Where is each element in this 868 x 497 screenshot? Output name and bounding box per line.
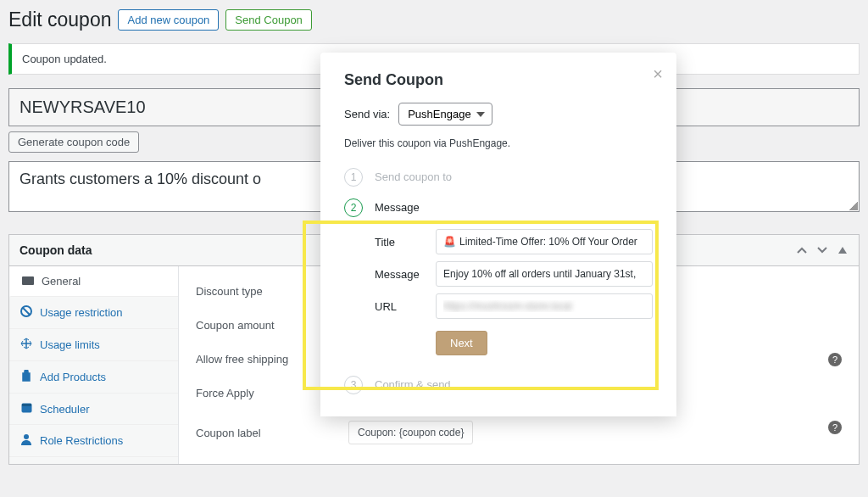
step-label-1: Send coupon to (375, 168, 452, 183)
deliver-hint: Deliver this coupon via PushEngage. (344, 137, 653, 149)
step-3[interactable]: 3 Confirm & send (344, 376, 653, 394)
svg-rect-0 (22, 276, 34, 285)
ticket-icon (21, 275, 35, 288)
step-2: 2 Message (344, 198, 653, 217)
bag-icon (19, 370, 33, 384)
chevron-down-icon[interactable] (816, 244, 828, 256)
title-field-label: Title (375, 236, 426, 248)
alarm-icon: 🚨 (443, 236, 456, 248)
tab-scheduler[interactable]: Scheduler (9, 394, 178, 425)
notice-text: Coupon updated. (22, 53, 107, 65)
calendar-icon (19, 402, 33, 416)
tab-role-restrictions[interactable]: Role Restrictions (9, 425, 178, 457)
arrows-icon (19, 338, 33, 352)
step-number-3: 3 (344, 376, 363, 394)
page-title: Edit coupon (8, 8, 111, 31)
help-icon[interactable]: ? (828, 421, 842, 434)
step-label-2: Message (375, 198, 420, 214)
add-new-coupon-button[interactable]: Add new coupon (118, 9, 219, 31)
ban-icon (19, 305, 33, 320)
url-input[interactable] (436, 293, 653, 319)
url-field-label: URL (375, 300, 426, 313)
help-icon[interactable]: ? (828, 353, 842, 366)
send-via-label: Send via: (344, 108, 390, 120)
message-field-label: Message (375, 268, 426, 281)
step-label-3: Confirm & send (375, 376, 451, 391)
step-number-2: 2 (344, 198, 363, 217)
coupon-code-placeholder: Coupon: {coupon code} (348, 421, 473, 444)
step-1[interactable]: 1 Send coupon to (344, 168, 653, 187)
generate-coupon-code-button[interactable]: Generate coupon code (8, 131, 139, 153)
close-icon[interactable]: × (653, 64, 663, 84)
tab-usage-restriction[interactable]: Usage restriction (9, 297, 178, 329)
send-via-select[interactable]: PushEngage (398, 103, 492, 126)
svg-rect-4 (22, 404, 31, 406)
tab-usage-limits[interactable]: Usage limits (9, 329, 178, 361)
step-number-1: 1 (344, 168, 363, 187)
message-input[interactable] (436, 261, 653, 287)
tab-general[interactable]: General (9, 266, 178, 297)
send-coupon-modal: × Send Coupon Send via: PushEngage Deliv… (320, 53, 676, 416)
user-icon (19, 433, 33, 448)
setting-coupon-label: Coupon label Coupon: {coupon code} ? (196, 410, 842, 455)
svg-line-2 (23, 308, 30, 315)
panel-toggle-icon[interactable] (837, 244, 849, 256)
svg-point-5 (24, 434, 29, 439)
chevron-up-icon[interactable] (796, 244, 808, 256)
title-input[interactable]: 🚨Limited-Time Offer: 10% Off Your Order (436, 229, 653, 254)
panel-title: Coupon data (19, 243, 92, 257)
modal-title: Send Coupon (344, 71, 653, 89)
next-button[interactable]: Next (436, 331, 487, 355)
tab-add-products[interactable]: Add Products (9, 361, 178, 394)
send-coupon-button[interactable]: Send Coupon (225, 9, 312, 31)
